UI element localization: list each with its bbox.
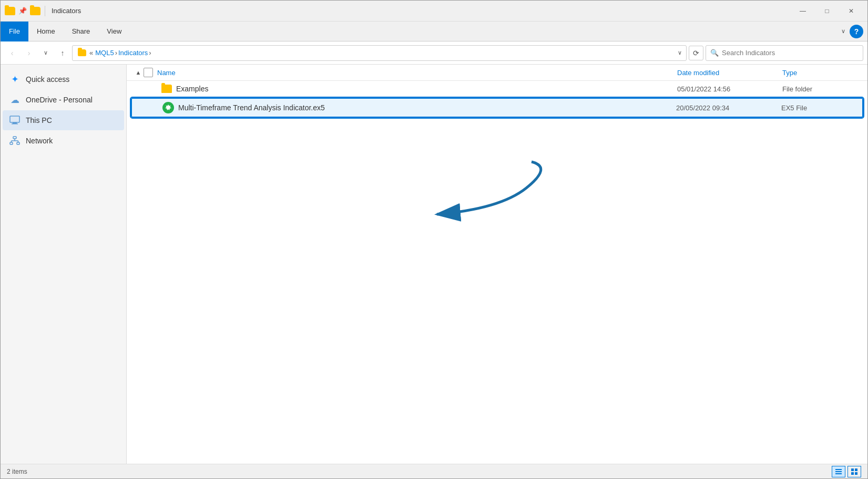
file-type-ex5: EX5 File	[781, 104, 860, 112]
monitor-icon	[9, 114, 21, 126]
address-prefix: «	[89, 49, 93, 57]
explorer-window: 📌 Indicators — □ ✕ File Home Share View …	[0, 0, 868, 479]
svg-rect-3	[13, 137, 16, 139]
toolbar: ‹ › ∨ ↑ « MQL5 › Indicators › ∨ ⟳ 🔍	[1, 41, 867, 65]
column-name[interactable]: Name	[157, 69, 677, 77]
file-date-examples: 05/01/2022 14:56	[677, 85, 782, 93]
sidebar-label-onedrive: OneDrive - Personal	[26, 96, 93, 104]
sidebar-item-this-pc[interactable]: This PC	[3, 110, 124, 130]
svg-rect-14	[851, 468, 854, 471]
sidebar-label-quick-access: Quick access	[26, 75, 69, 84]
search-icon: 🔍	[710, 49, 719, 57]
svg-rect-17	[855, 472, 857, 475]
file-date-ex5: 20/05/2022 09:34	[676, 104, 781, 112]
svg-rect-15	[855, 468, 857, 471]
address-folder-icon	[77, 48, 87, 58]
refresh-button[interactable]: ⟳	[689, 46, 703, 60]
address-sep2: ›	[149, 49, 151, 57]
svg-rect-2	[12, 123, 18, 124]
minimize-button[interactable]: —	[791, 3, 815, 19]
close-button[interactable]: ✕	[839, 3, 863, 19]
title-bar: 📌 Indicators — □ ✕	[1, 1, 867, 22]
cloud-icon: ☁	[9, 94, 21, 106]
tab-view[interactable]: View	[98, 22, 130, 41]
ribbon-right: ∨ ?	[841, 25, 867, 38]
pin-icon: 📌	[17, 6, 28, 16]
svg-rect-16	[851, 472, 854, 475]
sidebar-item-quick-access[interactable]: ✦ Quick access	[3, 69, 124, 89]
network-icon	[9, 135, 21, 147]
tab-file[interactable]: File	[1, 22, 28, 41]
recent-locations-button[interactable]: ∨	[38, 46, 53, 60]
tab-home[interactable]: Home	[28, 22, 64, 41]
arrow-annotation	[332, 157, 595, 241]
column-type[interactable]: Type	[782, 69, 861, 77]
address-indicators[interactable]: Indicators	[118, 49, 148, 57]
maximize-button[interactable]: □	[815, 3, 839, 19]
svg-rect-1	[13, 122, 17, 123]
details-view-button[interactable]	[832, 466, 845, 477]
sidebar: ✦ Quick access ☁ OneDrive - Personal	[1, 65, 127, 464]
svg-rect-11	[835, 469, 842, 470]
search-input[interactable]	[722, 49, 859, 57]
address-chevron[interactable]: ∨	[678, 49, 682, 56]
forward-button[interactable]: ›	[22, 46, 36, 60]
file-area: ▲ Name Date modified Type Examples 05/01…	[127, 65, 867, 464]
star-icon: ✦	[9, 74, 21, 85]
main-content: ✦ Quick access ☁ OneDrive - Personal	[1, 65, 867, 464]
svg-rect-12	[835, 471, 842, 472]
sidebar-item-network[interactable]: Network	[3, 131, 124, 151]
tab-share[interactable]: Share	[64, 22, 99, 41]
table-row[interactable]: Multi-Timeframe Trend Analysis Indicator…	[131, 98, 863, 118]
svg-rect-13	[835, 473, 842, 474]
address-sep1: ›	[115, 49, 117, 57]
table-row[interactable]: Examples 05/01/2022 14:56 File folder	[127, 81, 867, 97]
file-name-ex5: Multi-Timeframe Trend Analysis Indicator…	[162, 102, 676, 113]
up-button[interactable]: ↑	[55, 46, 70, 60]
sidebar-item-onedrive[interactable]: ☁ OneDrive - Personal	[3, 90, 124, 110]
address-mql5[interactable]: MQL5	[95, 49, 114, 57]
ex5-file-icon	[162, 102, 174, 113]
item-count: 2 items	[7, 468, 27, 475]
back-button[interactable]: ‹	[5, 46, 19, 60]
ribbon: File Home Share View ∨ ?	[1, 22, 867, 41]
title-bar-icons: 📌	[5, 6, 47, 16]
view-switcher	[832, 466, 861, 477]
help-button[interactable]: ?	[850, 25, 863, 38]
svg-rect-5	[17, 142, 19, 144]
sort-up-icon: ▲	[133, 69, 144, 76]
address-bar[interactable]: « MQL5 › Indicators › ∨	[72, 45, 687, 61]
large-icons-view-button[interactable]	[847, 466, 861, 477]
sidebar-label-network: Network	[26, 137, 53, 145]
file-headers: ▲ Name Date modified Type	[127, 65, 867, 81]
svg-rect-4	[10, 142, 13, 144]
folder-icon-examples	[161, 85, 172, 93]
window-controls: — □ ✕	[791, 3, 863, 19]
folder-icon-title	[5, 6, 15, 16]
svg-rect-0	[10, 116, 19, 122]
search-box[interactable]: 🔍	[706, 45, 863, 61]
file-type-examples: File folder	[782, 85, 861, 93]
ribbon-tabs: File Home Share View ∨ ?	[1, 22, 867, 41]
window-title: Indicators	[52, 7, 791, 15]
title-separator	[45, 6, 45, 16]
column-date[interactable]: Date modified	[677, 69, 782, 77]
ribbon-chevron[interactable]: ∨	[841, 28, 845, 35]
sidebar-label-this-pc: This PC	[26, 116, 52, 124]
select-all-checkbox[interactable]	[144, 68, 153, 77]
folder-icon-title2	[30, 6, 40, 16]
file-name-examples: Examples	[161, 85, 677, 93]
status-bar: 2 items	[1, 464, 867, 478]
